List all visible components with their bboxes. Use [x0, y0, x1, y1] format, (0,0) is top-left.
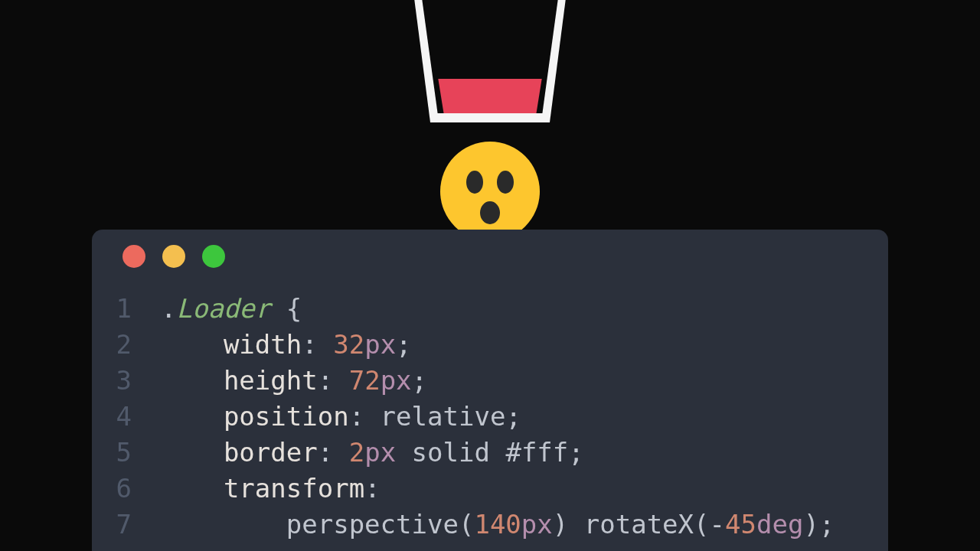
line-number: 6	[92, 471, 161, 507]
code-line: 1.Loader {	[92, 291, 888, 327]
code-content: .Loader {	[161, 291, 302, 327]
close-icon[interactable]	[122, 245, 145, 268]
line-number: 5	[92, 435, 161, 471]
emoji-eye-right	[497, 171, 514, 194]
code-line: 4 position: relative;	[92, 399, 888, 435]
code-line: 3 height: 72px;	[92, 363, 888, 399]
line-number: 1	[92, 291, 161, 327]
code-content: border: 2px solid #fff;	[161, 435, 584, 471]
line-number: 3	[92, 363, 161, 399]
code-block[interactable]: 1.Loader {2 width: 32px;3 height: 72px;4…	[92, 283, 888, 543]
code-line: 6 transform:	[92, 471, 888, 507]
line-number: 4	[92, 399, 161, 435]
emoji-mouth	[480, 201, 500, 224]
code-editor-window: 1.Loader {2 width: 32px;3 height: 72px;4…	[92, 230, 888, 551]
code-content: height: 72px;	[161, 363, 427, 399]
code-content: perspective(140px) rotateX(-45deg);	[161, 507, 835, 543]
code-line: 7 perspective(140px) rotateX(-45deg);	[92, 507, 888, 543]
cup-outline	[413, 0, 567, 122]
line-number: 2	[92, 327, 161, 363]
emoji-eye-left	[466, 171, 483, 194]
code-content: width: 32px;	[161, 327, 412, 363]
code-line: 5 border: 2px solid #fff;	[92, 435, 888, 471]
maximize-icon[interactable]	[202, 245, 225, 268]
code-content: transform:	[161, 471, 381, 507]
surprised-emoji-icon	[440, 142, 540, 241]
code-content: position: relative;	[161, 399, 521, 435]
window-titlebar	[92, 230, 888, 283]
cup-fill	[435, 79, 545, 113]
line-number: 7	[92, 507, 161, 543]
cup-graphic	[413, 0, 567, 122]
code-line: 2 width: 32px;	[92, 327, 888, 363]
minimize-icon[interactable]	[162, 245, 185, 268]
